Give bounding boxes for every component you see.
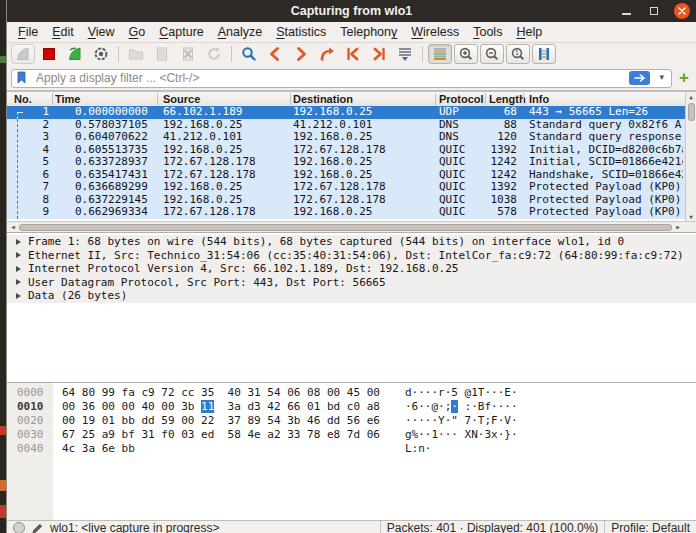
packet-list-vertical-scrollbar[interactable]: ▲ ▼ bbox=[685, 92, 696, 221]
wireshark-window: Capturing from wlo1 FileEditViewGoCaptur… bbox=[6, 0, 696, 533]
add-filter-button-plus[interactable]: + bbox=[676, 68, 692, 87]
restart-capture-button[interactable] bbox=[63, 44, 87, 64]
hex-row-0030[interactable]: 003067 25 a9 bf 31 f0 03 ed 58 4e a2 33 … bbox=[7, 428, 696, 442]
column-separator[interactable] bbox=[523, 93, 524, 105]
maximize-button[interactable] bbox=[646, 3, 662, 19]
menu-tools[interactable]: Tools bbox=[466, 22, 509, 42]
cell-destination: 192.168.0.25 bbox=[293, 156, 372, 169]
packet-list-horizontal-scrollbar[interactable]: ◀ ▶ bbox=[7, 221, 696, 232]
hex-row-0000[interactable]: 000064 80 99 fa c9 72 cc 35 40 31 54 06 … bbox=[7, 386, 696, 400]
start-capture-button[interactable] bbox=[11, 44, 35, 64]
menu-file[interactable]: File bbox=[11, 22, 45, 42]
ascii-text: g%··1··· XN·3x·}· bbox=[405, 428, 518, 441]
stop-capture-button[interactable] bbox=[37, 44, 61, 64]
col-header-no[interactable]: No. bbox=[14, 92, 32, 106]
scroll-up-icon[interactable]: ▲ bbox=[686, 93, 696, 100]
cell-info: Initial, SCID=01866e421ce bbox=[529, 156, 683, 169]
cell-info: Standard query 0x82f6 A w bbox=[529, 119, 683, 132]
cell-length: 120 bbox=[453, 131, 517, 144]
expander-icon[interactable] bbox=[16, 239, 21, 245]
menu-wireless[interactable]: Wireless bbox=[404, 22, 466, 42]
packet-row-9[interactable]: 90.662969334172.67.128.178192.168.0.25QU… bbox=[7, 206, 685, 219]
col-header-time[interactable]: Time bbox=[55, 92, 80, 106]
col-header-destination[interactable]: Destination bbox=[293, 92, 353, 106]
first-packet-button[interactable] bbox=[341, 44, 365, 64]
horizontal-scroll-thumb[interactable] bbox=[19, 224, 672, 231]
filter-dropdown-caret[interactable]: ▾ bbox=[659, 72, 664, 82]
capture-comment-icon[interactable] bbox=[31, 522, 44, 533]
expander-icon[interactable] bbox=[16, 252, 21, 258]
detail-row-4[interactable]: Data (26 bytes) bbox=[7, 289, 696, 303]
col-header-source[interactable]: Source bbox=[163, 92, 200, 106]
detail-row-3[interactable]: User Datagram Protocol, Src Port: 443, D… bbox=[7, 276, 696, 290]
capture-options-button[interactable] bbox=[89, 44, 113, 64]
save-file-button[interactable] bbox=[150, 44, 174, 64]
detail-row-2[interactable]: Internet Protocol Version 4, Src: 66.102… bbox=[7, 262, 696, 276]
column-separator[interactable] bbox=[52, 93, 53, 105]
column-separator[interactable] bbox=[485, 93, 486, 105]
menu-go[interactable]: Go bbox=[122, 22, 153, 42]
col-header-info[interactable]: Info bbox=[529, 92, 549, 106]
hex-row-0010[interactable]: 001000 36 00 00 40 00 3b 11 3a d3 42 66 … bbox=[7, 400, 696, 414]
expander-icon[interactable] bbox=[16, 279, 21, 285]
hex-bytes: 00 36 00 00 40 00 3b 11 3a d3 42 66 01 b… bbox=[62, 400, 380, 414]
open-file-button[interactable] bbox=[124, 44, 148, 64]
profile-text[interactable]: Profile: Default bbox=[611, 521, 690, 533]
filter-bookmark-icon[interactable] bbox=[16, 71, 27, 84]
next-packet-button[interactable] bbox=[289, 44, 313, 64]
detail-row-0[interactable]: Frame 1: 68 bytes on wire (544 bits), 68… bbox=[7, 235, 696, 249]
cell-no: 1 bbox=[7, 106, 49, 119]
svg-text:1: 1 bbox=[515, 49, 519, 57]
packet-details-pane[interactable]: Frame 1: 68 bytes on wire (544 bits), 68… bbox=[7, 232, 696, 382]
close-button[interactable] bbox=[674, 3, 690, 19]
ascii-bytes: d····r·5 @1T···E· bbox=[405, 386, 518, 400]
packet-row-3[interactable]: 30.60407062241.212.0.101192.168.0.25DNS1… bbox=[7, 131, 685, 144]
expert-info-icon[interactable] bbox=[13, 522, 25, 533]
last-packet-button[interactable] bbox=[367, 44, 391, 64]
colorize-button[interactable] bbox=[428, 44, 452, 64]
menu-edit[interactable]: Edit bbox=[45, 22, 81, 42]
packet-row-7[interactable]: 70.636689299192.168.0.25172.67.128.178QU… bbox=[7, 181, 685, 194]
menu-view[interactable]: View bbox=[81, 22, 122, 42]
apply-filter-button[interactable] bbox=[629, 71, 650, 85]
menu-help[interactable]: Help bbox=[509, 22, 549, 42]
minimize-button[interactable] bbox=[618, 3, 634, 19]
packet-bytes-pane[interactable]: 000064 80 99 fa c9 72 cc 35 40 31 54 06 … bbox=[7, 382, 696, 520]
zoom-in-button[interactable] bbox=[454, 44, 478, 64]
packet-list-pane[interactable]: No. Time Source Destination Protocol Len… bbox=[7, 91, 696, 232]
column-separator[interactable] bbox=[435, 93, 436, 105]
column-separator[interactable] bbox=[157, 93, 158, 105]
resize-columns-button[interactable] bbox=[532, 44, 556, 64]
scroll-right-icon[interactable]: ▶ bbox=[673, 222, 683, 232]
cell-length: 68 bbox=[453, 106, 517, 119]
previous-packet-button[interactable] bbox=[263, 44, 287, 64]
scroll-left-icon[interactable]: ◀ bbox=[8, 222, 18, 232]
col-header-protocol[interactable]: Protocol bbox=[439, 92, 484, 106]
hex-bytes: 00 19 01 bb dd 59 00 22 37 89 54 3b 46 d… bbox=[62, 414, 380, 428]
expander-icon[interactable] bbox=[16, 293, 21, 299]
zoom-reset-button[interactable]: 1 bbox=[506, 44, 530, 64]
column-separator[interactable] bbox=[290, 93, 291, 105]
detail-row-1[interactable]: Ethernet II, Src: Technico_31:54:06 (cc:… bbox=[7, 249, 696, 263]
menu-analyze[interactable]: Analyze bbox=[211, 22, 269, 42]
menu-statistics[interactable]: Statistics bbox=[269, 22, 333, 42]
display-filter-input[interactable] bbox=[11, 69, 672, 88]
menu-capture[interactable]: Capture bbox=[152, 22, 210, 42]
goto-packet-button[interactable] bbox=[315, 44, 339, 64]
ascii-bytes: ·····Y·" 7·T;F·V· bbox=[405, 414, 518, 428]
vertical-scroll-thumb[interactable] bbox=[688, 103, 695, 121]
find-packet-button[interactable] bbox=[237, 44, 261, 64]
reload-button[interactable] bbox=[202, 44, 226, 64]
menu-telephony[interactable]: Telephony bbox=[333, 22, 404, 42]
hex-row-0020[interactable]: 002000 19 01 bb dd 59 00 22 37 89 54 3b … bbox=[7, 414, 696, 428]
zoom-out-button[interactable] bbox=[480, 44, 504, 64]
maximize-icon bbox=[650, 7, 658, 15]
col-header-length[interactable]: Length bbox=[489, 92, 526, 106]
auto-scroll-button[interactable] bbox=[393, 44, 417, 64]
expander-icon[interactable] bbox=[16, 266, 21, 272]
packet-row-1[interactable]: 10.00000000066.102.1.189192.168.0.25UDP6… bbox=[7, 106, 685, 119]
hex-row-0040[interactable]: 00404c 3a 6e bbL:n· bbox=[7, 442, 696, 456]
scroll-down-icon[interactable]: ▼ bbox=[686, 213, 696, 220]
close-file-button[interactable] bbox=[176, 44, 200, 64]
packet-row-5[interactable]: 50.633728937172.67.128.178192.168.0.25QU… bbox=[7, 156, 685, 169]
